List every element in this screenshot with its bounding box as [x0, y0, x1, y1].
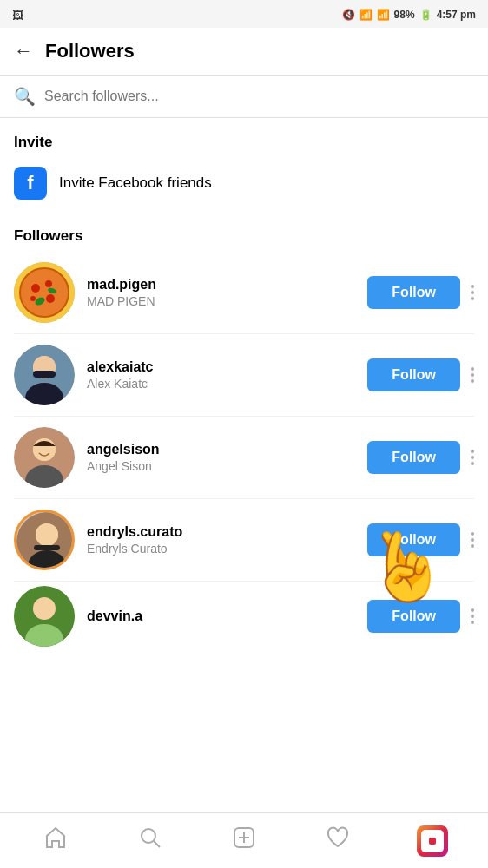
avatar-person3-svg	[16, 512, 75, 570]
follow-button[interactable]: Follow	[367, 523, 460, 556]
dot	[471, 285, 474, 288]
username: endryls.curato	[87, 524, 367, 540]
avatar	[14, 427, 75, 488]
follower-item: devvin.a Follow	[14, 582, 474, 651]
avatar-person2-svg	[14, 427, 75, 488]
heart-icon	[326, 825, 350, 856]
dot	[471, 608, 474, 612]
back-button[interactable]: ←	[14, 40, 33, 62]
more-options-button[interactable]	[471, 527, 474, 553]
facebook-icon: f	[14, 167, 47, 200]
dot	[471, 297, 474, 300]
nav-profile[interactable]	[406, 820, 458, 862]
dot	[471, 291, 474, 294]
avatar-person4-svg	[14, 586, 75, 647]
more-options-button[interactable]	[471, 279, 474, 306]
dot	[471, 367, 474, 371]
username: mad.pigen	[87, 277, 367, 293]
svg-point-7	[30, 296, 36, 301]
svg-point-21	[36, 523, 58, 546]
nav-heart[interactable]	[312, 820, 364, 862]
dot	[471, 615, 474, 618]
nav-add[interactable]	[218, 820, 270, 862]
svg-point-4	[46, 294, 55, 303]
username: alexkaiatc	[87, 359, 367, 375]
status-bar: 🖼 🔇 📶 📶 98% 🔋 4:57 pm	[0, 0, 488, 28]
mute-icon: 🔇	[342, 9, 355, 21]
add-icon	[232, 825, 256, 856]
svg-line-27	[154, 841, 160, 847]
nav-home[interactable]	[30, 820, 82, 862]
svg-point-3	[45, 280, 52, 287]
status-left-icons: 🖼	[12, 9, 23, 22]
avatar	[14, 586, 75, 647]
main-content: 🔍 Invite f Invite Facebook friends Follo…	[0, 76, 488, 719]
dot	[471, 456, 474, 459]
follower-item: alexkaiatc Alex Kaiatc Follow	[14, 334, 474, 417]
svg-rect-13	[33, 371, 56, 378]
nav-search[interactable]	[124, 820, 176, 862]
invite-facebook-label: Invite Facebook friends	[59, 174, 212, 192]
dot	[471, 532, 474, 536]
dot	[471, 373, 474, 377]
avatar	[14, 510, 75, 570]
followers-section: Followers mad.pigen MAD PIGEN	[0, 212, 488, 658]
signal-icon: 📶	[377, 9, 390, 21]
search-container: 🔍	[0, 76, 488, 118]
follow-button[interactable]: Follow	[367, 276, 460, 309]
dot	[471, 450, 474, 453]
follow-button[interactable]: Follow	[367, 600, 460, 633]
status-right-icons: 🔇 📶 📶 98% 🔋 4:57 pm	[342, 9, 476, 21]
avatar	[14, 345, 75, 405]
time-display: 4:57 pm	[437, 9, 476, 21]
follower-item: mad.pigen MAD PIGEN Follow	[14, 252, 474, 334]
home-icon	[43, 825, 68, 856]
invite-facebook-row[interactable]: f Invite Facebook friends	[14, 163, 474, 203]
display-name: Angel Sison	[87, 459, 367, 473]
bottom-nav	[0, 812, 488, 868]
invite-section: Invite f Invite Facebook friends	[0, 118, 488, 212]
profile-icon	[417, 825, 448, 857]
avatar	[14, 262, 75, 323]
dot	[471, 544, 474, 548]
dot	[471, 462, 474, 465]
user-info: endryls.curato Endryls Curato	[87, 524, 367, 556]
svg-rect-22	[34, 545, 60, 550]
user-info: angelsison Angel Sison	[87, 442, 367, 473]
dot	[471, 621, 474, 624]
username: angelsison	[87, 442, 367, 457]
invite-title: Invite	[14, 134, 474, 151]
avatar-person1-svg	[14, 345, 75, 405]
username: devvin.a	[87, 608, 367, 624]
svg-point-24	[33, 597, 56, 620]
search-icon	[138, 825, 162, 856]
follow-button[interactable]: Follow	[367, 441, 460, 474]
user-info: alexkaiatc Alex Kaiatc	[87, 359, 367, 391]
display-name: Endryls Curato	[87, 542, 367, 556]
user-info: mad.pigen MAD PIGEN	[87, 277, 367, 308]
wifi-icon: 📶	[359, 9, 373, 21]
profile-icon-inner	[421, 830, 444, 852]
follow-button[interactable]: Follow	[367, 358, 460, 391]
svg-point-2	[31, 284, 40, 293]
search-icon: 🔍	[14, 86, 36, 107]
battery-icon: 🔋	[419, 9, 432, 21]
dot	[471, 538, 474, 542]
display-name: MAD PIGEN	[87, 294, 367, 308]
header: ← Followers	[0, 28, 488, 76]
battery-text: 98%	[394, 9, 415, 21]
more-options-button[interactable]	[471, 603, 474, 629]
page-title: Followers	[45, 40, 135, 62]
svg-point-26	[142, 829, 155, 843]
more-options-button[interactable]	[471, 362, 474, 388]
more-options-button[interactable]	[471, 444, 474, 470]
search-input[interactable]	[44, 89, 474, 104]
display-name: Alex Kaiatc	[87, 377, 367, 391]
user-info: devvin.a	[87, 608, 367, 624]
profile-icon-dot	[429, 838, 436, 845]
follower-item: angelsison Angel Sison Follow	[14, 417, 474, 499]
dot	[471, 379, 474, 383]
followers-title: Followers	[14, 227, 474, 245]
follower-item: endryls.curato Endryls Curato Follow 🤞	[14, 499, 474, 582]
avatar-pizza-svg	[14, 262, 75, 323]
